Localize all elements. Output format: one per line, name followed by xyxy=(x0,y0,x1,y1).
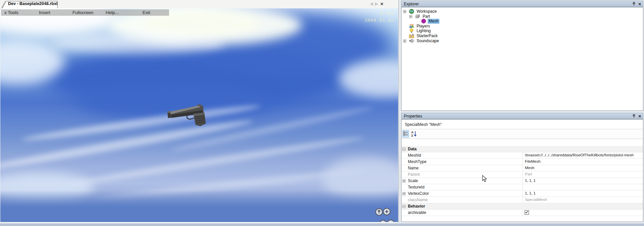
property-name: MeshId xyxy=(408,153,421,158)
soundscape-icon xyxy=(409,38,414,44)
property-value: rbxasset://../../../shareddata/RiseOfThe… xyxy=(525,153,634,157)
property-row-scale[interactable]: Scale1, 1, 1 xyxy=(401,178,643,184)
tree-item-lighting[interactable]: Lighting xyxy=(401,28,643,33)
menu-item-insert[interactable]: Insert xyxy=(39,10,50,15)
fps-counter: 0 fps xyxy=(365,11,394,16)
property-value: 1, 1, 1 xyxy=(525,178,536,182)
tree-item-label[interactable]: Players xyxy=(417,24,430,29)
tree-item-label[interactable]: Soundscape xyxy=(417,39,439,44)
3d-viewport[interactable]: x ToolsInsertFullscreenHelp...Exit 0 fps… xyxy=(0,8,398,222)
properties-panel-header: Properties ✕ xyxy=(401,113,643,119)
tree-item-mesh[interactable]: Mesh xyxy=(401,19,643,24)
lighting-icon xyxy=(409,28,414,33)
menu-item-exit[interactable]: Exit xyxy=(143,10,150,15)
tab-close-icon[interactable]: ✕ xyxy=(380,1,383,7)
selected-object-row[interactable]: SpecialMesh "Mesh" xyxy=(401,120,643,129)
property-value: 1, 1, 1 xyxy=(525,191,536,195)
categorized-view-icon xyxy=(403,131,408,136)
property-section-data[interactable]: Data xyxy=(401,146,643,152)
tree-item-label[interactable]: Mesh xyxy=(428,19,439,24)
in-game-menu-bar: x ToolsInsertFullscreenHelp...Exit xyxy=(1,9,169,16)
section-collapse-icon[interactable] xyxy=(402,205,406,208)
property-expand-icon[interactable] xyxy=(402,179,406,182)
property-name: Name xyxy=(408,166,419,170)
explorer-close-icon[interactable]: ✕ xyxy=(638,2,641,6)
tab-scroll-left-icon[interactable]: ◁ xyxy=(370,1,373,7)
property-row-parent[interactable]: ParentPart xyxy=(401,171,643,178)
checkbox-checked-icon[interactable] xyxy=(525,210,529,215)
property-row-meshtype[interactable]: MeshTypeFileMesh xyxy=(401,159,643,165)
categorized-view-button[interactable] xyxy=(402,130,409,138)
property-name: className xyxy=(408,198,428,202)
tab-scroll-right-icon[interactable]: ▷ xyxy=(375,1,378,7)
property-section-behavior[interactable]: Behavior xyxy=(401,203,643,210)
tree-item-starterpack[interactable]: StarterPack xyxy=(401,33,643,39)
tilt-up-button[interactable] xyxy=(376,209,382,215)
property-row-textureid[interactable]: TextureId xyxy=(401,184,643,191)
section-collapse-icon[interactable] xyxy=(402,148,406,151)
menu-item-help[interactable]: Help... xyxy=(106,10,119,15)
players-icon xyxy=(409,23,414,29)
pistol-mesh-object[interactable] xyxy=(165,102,209,130)
property-row-vertexcolor[interactable]: VertexColor1, 1, 1 xyxy=(401,191,643,197)
taskbar-edge xyxy=(0,223,644,226)
game-window: Dev - Baseplate2048.rbxl ◁ ▷ ✕ xyxy=(0,0,399,223)
property-value: Part xyxy=(525,172,532,176)
property-value-cell[interactable]: 1, 1, 1 xyxy=(523,178,643,184)
property-name: Scale xyxy=(408,178,418,183)
properties-close-icon[interactable]: ✕ xyxy=(638,114,641,119)
selected-object-label: SpecialMesh "Mesh" xyxy=(405,122,442,127)
tilt-down-button[interactable] xyxy=(380,220,386,222)
property-row-meshid[interactable]: MeshIdrbxasset://../../../shareddata/Ris… xyxy=(401,152,643,159)
property-name: TextureId xyxy=(408,185,424,190)
explorer-panel-header: Explorer ✕ xyxy=(401,1,643,7)
tree-item-soundscape[interactable]: Soundscape xyxy=(401,39,643,44)
roblox-studio-window: Dev - Baseplate2048.rbxl ◁ ▷ ✕ xyxy=(0,0,644,226)
property-value-cell[interactable]: Part xyxy=(523,171,643,177)
mouse-cursor xyxy=(482,175,487,182)
properties-panel-title: Properties xyxy=(404,114,422,119)
property-row-classname[interactable]: classNameSpecialMesh xyxy=(401,197,643,203)
sky-horizon-band xyxy=(0,190,398,222)
property-value-cell[interactable] xyxy=(523,210,643,216)
tree-item-players[interactable]: Players xyxy=(401,24,643,29)
menu-item-xtools[interactable]: x Tools xyxy=(4,10,18,15)
explorer-tree[interactable]: WorkspacePartMeshPlayersLightingStarterP… xyxy=(401,7,643,111)
property-row-archivable[interactable]: archivable xyxy=(401,210,643,216)
pushpin-icon[interactable] xyxy=(632,114,636,118)
tree-item-workspace[interactable]: Workspace xyxy=(401,9,643,14)
camera-controls xyxy=(373,206,397,222)
properties-toolbar: A Z xyxy=(401,129,643,139)
property-row-name[interactable]: NameMesh xyxy=(401,165,643,171)
property-expand-icon[interactable] xyxy=(402,192,406,195)
zoom-out-button[interactable] xyxy=(387,220,394,222)
document-tab-title[interactable]: Dev - Baseplate2048.rbxl xyxy=(8,1,57,6)
mesh-icon xyxy=(421,18,426,24)
property-value: Mesh xyxy=(525,166,534,170)
property-value-cell[interactable]: rbxasset://../../../shareddata/RiseOfThe… xyxy=(523,152,643,158)
explorer-panel-title: Explorer xyxy=(404,2,419,6)
property-value-cell[interactable]: FileMesh xyxy=(523,159,643,165)
tree-item-label[interactable]: Lighting xyxy=(417,28,431,33)
tree-item-label[interactable]: StarterPack xyxy=(417,33,438,39)
alphabetical-sort-button[interactable]: A Z xyxy=(411,130,417,138)
frame-time-counter: 2009.91 ms xyxy=(365,18,394,23)
tree-item-part[interactable]: Part xyxy=(401,14,643,19)
performance-stats: 0 fps 2009.91 ms xyxy=(365,11,394,23)
zoom-in-button[interactable] xyxy=(383,208,390,215)
starterpack-icon xyxy=(409,33,414,39)
svg-text:A: A xyxy=(411,131,414,134)
expand-toggle-icon[interactable] xyxy=(403,40,406,43)
menu-item-fullscreen[interactable]: Fullscreen xyxy=(72,10,93,15)
section-name: Behavior xyxy=(408,204,425,209)
alphabetical-sort-icon: A Z xyxy=(411,130,417,138)
expand-toggle-icon[interactable] xyxy=(403,10,406,13)
property-value-cell[interactable]: 1, 1, 1 xyxy=(523,191,643,197)
expand-toggle-icon[interactable] xyxy=(409,15,412,18)
property-value-cell[interactable]: SpecialMesh xyxy=(523,197,643,203)
property-name: archivable xyxy=(408,210,426,215)
property-name: Parent xyxy=(408,172,420,177)
property-value-cell[interactable]: Mesh xyxy=(523,165,643,171)
property-value-cell[interactable] xyxy=(523,184,643,190)
pushpin-icon[interactable] xyxy=(632,2,636,6)
